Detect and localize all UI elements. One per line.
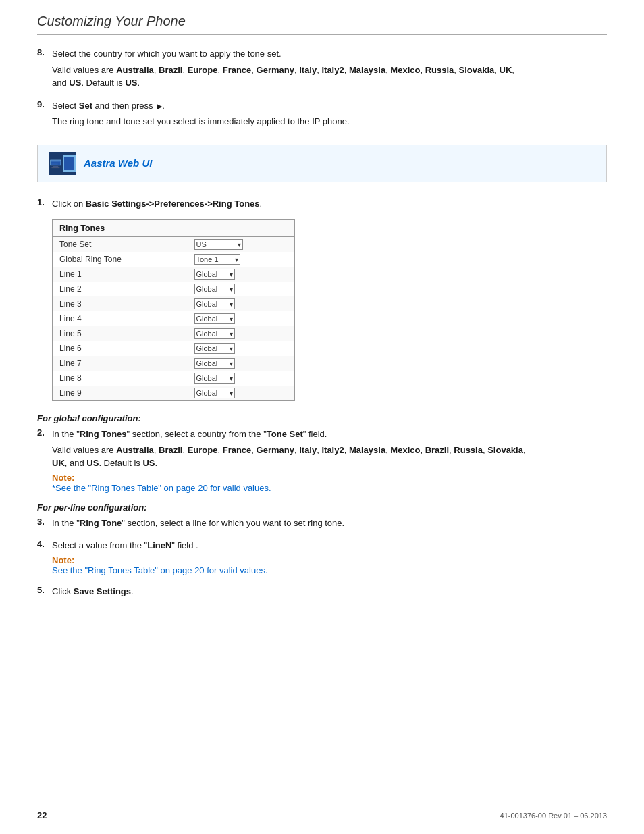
dropdown-arrow-icon: ▾	[230, 345, 233, 353]
dropdown-arrow-icon: ▾	[230, 375, 233, 382]
table-row: Line 4Global ▾	[53, 311, 295, 326]
svg-rect-2	[53, 166, 59, 167]
step-1-content: Click on Basic Settings->Preferences->Ri…	[52, 197, 607, 211]
dropdown-line-6[interactable]: Global ▾	[194, 343, 235, 354]
dropdown-tone-set[interactable]: US ▾	[194, 239, 243, 250]
field-label: Line 4	[53, 311, 188, 326]
field-value-cell: Tone 1 ▾	[188, 252, 295, 267]
field-value-cell: Global ▾	[188, 267, 295, 282]
dropdown-line-7[interactable]: Global ▾	[194, 358, 235, 369]
footer-page-number: 22	[37, 810, 47, 820]
field-value-cell: Global ▾	[188, 341, 295, 356]
step-9-content: Select Set and then press ▶.	[52, 99, 607, 113]
table-row: Line 2Global ▾	[53, 282, 295, 296]
ring-tones-wrapper: Ring Tones Tone SetUS ▾Global Ring ToneT…	[52, 219, 607, 401]
step-9-block: 9. Select Set and then press ▶. The ring…	[37, 99, 607, 128]
table-row: Tone SetUS ▾	[53, 237, 295, 253]
aastra-icon	[49, 152, 76, 175]
step-9-sub: The ring tone and tone set you select is…	[52, 115, 607, 128]
step-4-content: Select a value from the "LineN" field .	[52, 539, 607, 552]
step-5-line: 5. Click Save Settings.	[37, 585, 607, 598]
svg-rect-3	[51, 167, 59, 168]
dropdown-arrow-icon: ▾	[230, 286, 233, 293]
step-8-number: 8.	[37, 47, 52, 61]
step-8-sub: Valid values are Australia, Brazil, Euro…	[52, 63, 607, 90]
step-3-line: 3. In the "Ring Tone" section, select a …	[37, 517, 607, 530]
global-note-label: Note:	[52, 473, 74, 483]
aastra-web-ui-box: Aastra Web UI	[37, 145, 607, 182]
field-value-cell: Global ▾	[188, 296, 295, 311]
field-label: Global Ring Tone	[53, 252, 188, 267]
step-4-block: 4. Select a value from the "LineN" field…	[37, 539, 607, 575]
dropdown-arrow-icon: ▾	[230, 390, 233, 397]
per-line-note-block: Note: See the "Ring Tones Table" on page…	[52, 555, 607, 575]
step-4-line: 4. Select a value from the "LineN" field…	[37, 539, 607, 552]
step-4-number: 4.	[37, 539, 52, 552]
global-config-label: For global configuration:	[37, 413, 607, 423]
global-note-block: Note: *See the "Ring Tones Table" on pag…	[52, 473, 607, 493]
dropdown-arrow-icon: ▾	[230, 360, 233, 367]
dropdown-line-5[interactable]: Global ▾	[194, 328, 235, 339]
dropdown-arrow-icon: ▾	[230, 315, 233, 323]
step-1-line: 1. Click on Basic Settings->Preferences-…	[37, 197, 607, 211]
field-label: Tone Set	[53, 237, 188, 253]
dropdown-arrow-icon: ▾	[238, 241, 241, 249]
table-row: Line 9Global ▾	[53, 386, 295, 401]
table-row: Line 7Global ▾	[53, 356, 295, 371]
step-2-number: 2.	[37, 427, 52, 441]
step-8-content: Select the country for which you want to…	[52, 47, 607, 61]
table-row: Line 3Global ▾	[53, 296, 295, 311]
table-row: Line 8Global ▾	[53, 371, 295, 386]
step-3-number: 3.	[37, 517, 52, 530]
field-value-cell: Global ▾	[188, 282, 295, 296]
dropdown-line-1[interactable]: Global ▾	[194, 269, 235, 280]
table-row: Line 1Global ▾	[53, 267, 295, 282]
arrow-icon: ▶	[157, 101, 162, 112]
step-5-content: Click Save Settings.	[52, 585, 607, 598]
field-value-cell: US ▾	[188, 237, 295, 253]
field-value-cell: Global ▾	[188, 356, 295, 371]
field-value-cell: Global ▾	[188, 326, 295, 341]
field-value-cell: Global ▾	[188, 371, 295, 386]
field-label: Line 7	[53, 356, 188, 371]
step-2-content: In the "Ring Tones" section, select a co…	[52, 427, 607, 441]
step-2-line: 2. In the "Ring Tones" section, select a…	[37, 427, 607, 441]
page-footer: 22 41-001376-00 Rev 01 – 06.2013	[37, 810, 607, 820]
step-1-number: 1.	[37, 197, 52, 211]
step-8-line: 8. Select the country for which you want…	[37, 47, 607, 61]
dropdown-line-2[interactable]: Global ▾	[194, 284, 235, 294]
svg-rect-1	[51, 160, 61, 165]
dropdown-line-8[interactable]: Global ▾	[194, 373, 235, 384]
dropdown-line-3[interactable]: Global ▾	[194, 298, 235, 309]
dropdown-arrow-icon: ▾	[235, 256, 238, 263]
field-label: Line 3	[53, 296, 188, 311]
table-row: Line 6Global ▾	[53, 341, 295, 356]
field-label: Line 2	[53, 282, 188, 296]
field-label: Line 6	[53, 341, 188, 356]
ring-tones-header: Ring Tones	[53, 220, 295, 237]
aastra-label: Aastra Web UI	[84, 157, 152, 169]
step-5-number: 5.	[37, 585, 52, 598]
step-9-number: 9.	[37, 99, 52, 113]
dropdown-arrow-icon: ▾	[230, 301, 233, 308]
dropdown-global-ring-tone[interactable]: Tone 1 ▾	[194, 254, 240, 265]
step-8-block: 8. Select the country for which you want…	[37, 47, 607, 90]
title-divider	[37, 34, 607, 35]
dropdown-line-4[interactable]: Global ▾	[194, 313, 235, 324]
per-line-config-label: For per-line configuration:	[37, 502, 607, 513]
ring-tones-table: Ring Tones Tone SetUS ▾Global Ring ToneT…	[52, 219, 295, 401]
global-note-link[interactable]: *See the "Ring Tones Table" on page 20 f…	[52, 483, 271, 493]
page-container: Customizing Your Phone 8. Select the cou…	[0, 0, 644, 648]
table-row: Line 5Global ▾	[53, 326, 295, 341]
field-label: Line 1	[53, 267, 188, 282]
per-line-note-link[interactable]: See the "Ring Tones Table" on page 20 fo…	[52, 565, 268, 575]
step-1-block: 1. Click on Basic Settings->Preferences-…	[37, 197, 607, 211]
step-3-block: 3. In the "Ring Tone" section, select a …	[37, 517, 607, 530]
field-value-cell: Global ▾	[188, 386, 295, 401]
dropdown-line-9[interactable]: Global ▾	[194, 388, 235, 398]
dropdown-arrow-icon: ▾	[230, 271, 233, 278]
footer-doc-reference: 41-001376-00 Rev 01 – 06.2013	[500, 812, 607, 820]
per-line-note-label: Note:	[52, 555, 74, 565]
field-value-cell: Global ▾	[188, 311, 295, 326]
step-2-sub: Valid values are Australia, Brazil, Euro…	[52, 444, 607, 470]
